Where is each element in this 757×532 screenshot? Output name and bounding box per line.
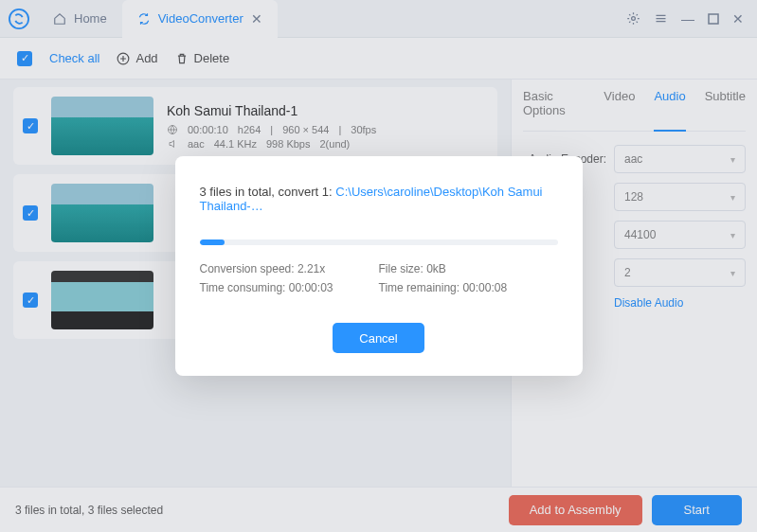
- conversion-modal: 3 files in total, convert 1: C:\Users\ca…: [175, 156, 583, 376]
- conversion-speed: 2.21x: [297, 262, 325, 275]
- modal-message: 3 files in total, convert 1: C:\Users\ca…: [200, 185, 558, 213]
- time-remaining: 00:00:08: [462, 281, 507, 294]
- time-consumed: 00:00:03: [289, 281, 333, 294]
- file-size: 0kB: [426, 262, 446, 275]
- cancel-button[interactable]: Cancel: [333, 323, 424, 353]
- progress-bar: [200, 239, 558, 245]
- modal-overlay: 3 files in total, convert 1: C:\Users\ca…: [0, 0, 757, 532]
- modal-stats: Conversion speed: 2.21x Time consuming: …: [200, 262, 558, 300]
- progress-fill: [200, 239, 225, 245]
